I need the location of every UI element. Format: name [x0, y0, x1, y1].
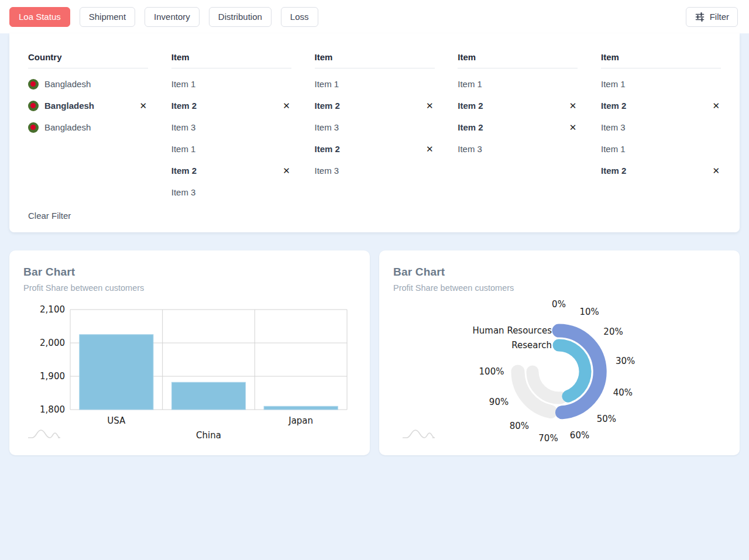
filter-item-item-3[interactable]: Item 3 [315, 160, 435, 181]
filter-item-label: Item 1 [315, 79, 435, 89]
x-tick-label: USA [107, 415, 126, 426]
remove-filter-icon[interactable]: ✕ [568, 122, 578, 133]
bar-plot-area [70, 310, 347, 410]
filter-item-item-2[interactable]: Item 2✕ [315, 138, 435, 160]
filter-column-item-4: ItemItem 1Item 2✕Item 3Item 1Item 2✕ [601, 47, 721, 221]
remove-filter-icon[interactable]: ✕ [138, 101, 148, 111]
bangladesh-flag-icon [28, 79, 39, 90]
filter-item-item-3[interactable]: Item 3 [171, 116, 291, 138]
clear-filter-button[interactable]: Clear Filter [28, 211, 148, 221]
waves-watermark-icon [28, 430, 60, 438]
filter-column-item-1: ItemItem 1Item 2✕Item 3Item 1Item 2✕Item… [171, 47, 291, 221]
filter-item-label: Item 3 [171, 187, 291, 197]
filter-item-bangladesh[interactable]: Bangladesh [28, 116, 148, 138]
charts-row: Bar Chart Profit Share between customers… [9, 250, 740, 455]
filter-item-label: Item 1 [601, 79, 721, 89]
filter-item-label: Bangladesh [44, 101, 132, 111]
angle-axis-label: 10% [580, 307, 599, 317]
remove-filter-icon[interactable]: ✕ [568, 101, 578, 111]
filter-item-item-2[interactable]: Item 2✕ [458, 95, 578, 116]
filter-item-label: Item 2 [458, 101, 562, 111]
filter-item-label: Item 3 [315, 166, 435, 176]
bar-japan [264, 406, 338, 410]
filter-button[interactable]: Filter [686, 7, 738, 27]
filter-item-label: Item 2 [315, 144, 419, 154]
angle-axis-label: 20% [603, 327, 623, 337]
filter-item-item-1[interactable]: Item 1 [601, 73, 721, 95]
y-tick-label: 1,900 [40, 371, 65, 382]
angle-axis-label: 80% [510, 421, 529, 431]
nav-tabs: Loa StatusShipmentInventoryDistributionL… [9, 7, 686, 27]
bar-usa [80, 335, 153, 410]
bar-chart: 1,8001,9002,0002,100USAChinaJapan [9, 250, 370, 455]
filter-item-item-1[interactable]: Item 1 [171, 138, 291, 160]
track-arc-research [532, 372, 561, 398]
filter-item-item-2[interactable]: Item 2✕ [458, 116, 578, 138]
filter-item-label: Item 2 [315, 101, 419, 111]
filter-item-label: Item 3 [458, 144, 578, 154]
filter-item-item-3[interactable]: Item 3 [601, 116, 721, 138]
filter-column-header: Item [315, 47, 435, 68]
series-label-human-resources: Human Resources [473, 325, 552, 336]
filter-column-header: Item [601, 47, 721, 68]
angle-axis-label: 0% [552, 299, 566, 310]
tab-shipment[interactable]: Shipment [80, 7, 135, 27]
bangladesh-flag-icon [28, 101, 39, 111]
filter-item-item-1[interactable]: Item 1 [458, 73, 578, 95]
y-tick-label: 2,100 [40, 304, 65, 315]
filter-button-label: Filter [710, 12, 729, 22]
filter-column-header: Item [458, 47, 578, 68]
filter-column-country-0: CountryBangladeshBangladesh✕BangladeshCl… [28, 47, 148, 221]
waves-watermark-icon [403, 430, 435, 438]
radial-bar-chart: Human ResourcesResearch0%10%20%30%40%50%… [379, 250, 740, 455]
tab-distribution[interactable]: Distribution [209, 7, 272, 27]
filter-column-header: Item [171, 47, 291, 68]
filter-item-item-1[interactable]: Item 1 [315, 73, 435, 95]
bangladesh-flag-icon [28, 122, 39, 133]
filter-item-item-2[interactable]: Item 2✕ [601, 160, 721, 181]
filter-item-label: Item 2 [601, 166, 705, 176]
angle-axis-label: 100% [479, 366, 504, 377]
angle-axis-label: 70% [538, 433, 558, 444]
filter-item-bangladesh[interactable]: Bangladesh✕ [28, 95, 148, 116]
filter-item-item-2[interactable]: Item 2✕ [601, 95, 721, 116]
filter-item-label: Item 1 [601, 144, 721, 154]
filter-item-item-3[interactable]: Item 3 [458, 138, 578, 160]
tab-loss[interactable]: Loss [281, 7, 318, 27]
x-tick-label: China [196, 430, 221, 441]
filter-panel: CountryBangladeshBangladesh✕BangladeshCl… [9, 33, 740, 232]
x-tick-label: Japan [288, 415, 313, 426]
top-navigation-bar: Loa StatusShipmentInventoryDistributionL… [0, 0, 749, 33]
filter-item-label: Item 3 [601, 122, 721, 132]
remove-filter-icon[interactable]: ✕ [281, 101, 291, 111]
filter-item-item-3[interactable]: Item 3 [171, 181, 291, 203]
filter-item-item-2[interactable]: Item 2✕ [315, 95, 435, 116]
filter-item-bangladesh[interactable]: Bangladesh [28, 73, 148, 95]
remove-filter-icon[interactable]: ✕ [711, 166, 721, 176]
remove-filter-icon[interactable]: ✕ [425, 144, 435, 154]
filter-item-item-1[interactable]: Item 1 [171, 73, 291, 95]
filter-item-label: Item 2 [458, 122, 562, 132]
bar-china [171, 382, 245, 410]
y-tick-label: 2,000 [40, 338, 65, 348]
value-arc-research [559, 345, 585, 396]
filter-item-label: Item 1 [458, 79, 578, 89]
angle-axis-label: 30% [616, 356, 635, 366]
filter-item-item-2[interactable]: Item 2✕ [171, 160, 291, 181]
tab-loa-status[interactable]: Loa Status [9, 7, 70, 27]
bar-chart-card: Bar Chart Profit Share between customers… [9, 250, 370, 455]
remove-filter-icon[interactable]: ✕ [711, 101, 721, 111]
filter-item-item-3[interactable]: Item 3 [315, 116, 435, 138]
filter-column-item-3: ItemItem 1Item 2✕Item 2✕Item 3 [458, 47, 578, 221]
filter-item-item-1[interactable]: Item 1 [601, 138, 721, 160]
filter-item-item-2[interactable]: Item 2✕ [171, 95, 291, 116]
angle-axis-label: 60% [570, 430, 589, 441]
remove-filter-icon[interactable]: ✕ [425, 101, 435, 111]
filter-item-label: Item 2 [171, 101, 276, 111]
filter-column-item-2: ItemItem 1Item 2✕Item 3Item 2✕Item 3 [315, 47, 435, 221]
remove-filter-icon[interactable]: ✕ [281, 166, 291, 176]
tab-inventory[interactable]: Inventory [145, 7, 200, 27]
filter-item-label: Item 3 [171, 122, 291, 132]
filter-item-label: Item 1 [171, 144, 291, 154]
filter-item-label: Item 2 [171, 166, 276, 176]
